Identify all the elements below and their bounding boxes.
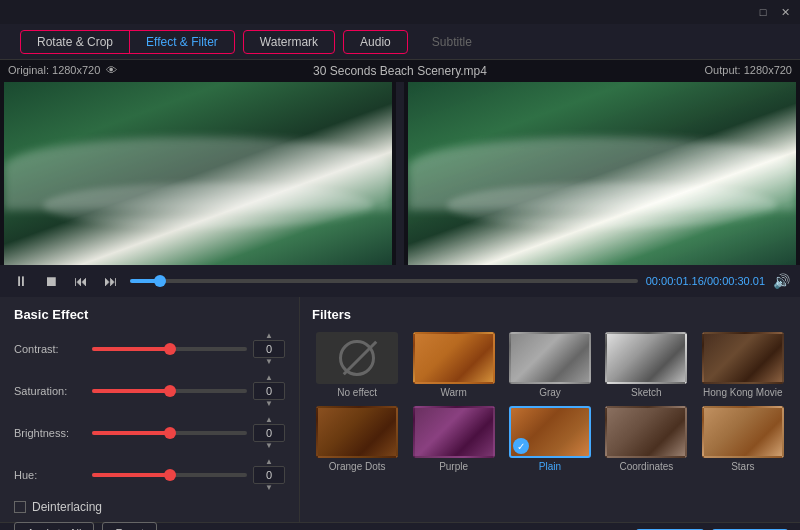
- tab-watermark[interactable]: Watermark: [243, 30, 335, 54]
- video-preview-right: [408, 82, 796, 265]
- filter-thumb-orange-dots: [316, 406, 398, 458]
- close-button[interactable]: ✕: [778, 5, 792, 19]
- filter-thumb-warm: [413, 332, 495, 384]
- bottom-panel: Basic Effect Contrast: ▲ ▼ Saturation: ▲: [0, 297, 800, 522]
- filter-name-warm: Warm: [440, 387, 466, 398]
- filter-item-plain[interactable]: ✓ Plain: [505, 406, 595, 472]
- tab-rotate-crop[interactable]: Rotate & Crop: [21, 31, 130, 53]
- saturation-down[interactable]: ▼: [262, 400, 276, 408]
- filter-title: Filters: [312, 307, 788, 322]
- filter-item-hk-movie[interactable]: Hong Kong Movie: [698, 332, 788, 398]
- filter-name-no-effect: No effect: [337, 387, 377, 398]
- brightness-input[interactable]: [253, 424, 285, 442]
- tab-group-1: Rotate & Crop Effect & Filter: [20, 30, 235, 54]
- hue-input[interactable]: [253, 466, 285, 484]
- filter-thumb-no-effect: [316, 332, 398, 384]
- hue-up[interactable]: ▲: [262, 458, 276, 466]
- saturation-input[interactable]: [253, 382, 285, 400]
- contrast-slider[interactable]: [92, 347, 247, 351]
- hue-value-box: ▲ ▼: [253, 458, 285, 492]
- contrast-down[interactable]: ▼: [262, 358, 276, 366]
- contrast-row: Contrast: ▲ ▼: [14, 332, 285, 366]
- saturation-up[interactable]: ▲: [262, 374, 276, 382]
- brightness-row: Brightness: ▲ ▼: [14, 416, 285, 450]
- contrast-value-box: ▲ ▼: [253, 332, 285, 366]
- hue-row: Hue: ▲ ▼: [14, 458, 285, 492]
- playback-bar: ⏸ ⏹ ⏮ ⏭ 00:00:01.16/00:00:30.01 🔊: [0, 265, 800, 297]
- filter-name-gray: Gray: [539, 387, 561, 398]
- volume-icon[interactable]: 🔊: [773, 273, 790, 289]
- contrast-input[interactable]: [253, 340, 285, 358]
- filter-thumb-plain: ✓: [509, 406, 591, 458]
- filter-name-hk-movie: Hong Kong Movie: [703, 387, 783, 398]
- filter-thumb-sketch: [605, 332, 687, 384]
- video-label-left: Original: 1280x720 👁: [8, 64, 117, 76]
- saturation-value-box: ▲ ▼: [253, 374, 285, 408]
- pause-button[interactable]: ⏸: [10, 270, 32, 292]
- saturation-label: Saturation:: [14, 385, 86, 397]
- minimize-button[interactable]: □: [756, 5, 770, 19]
- filter-name-stars: Stars: [731, 461, 754, 472]
- stop-button[interactable]: ⏹: [40, 270, 62, 292]
- apply-to-all-button[interactable]: Apply to All: [14, 522, 94, 530]
- filter-item-no-effect[interactable]: No effect: [312, 332, 402, 398]
- tab-subtitle[interactable]: Subtitle: [416, 31, 488, 53]
- hue-slider[interactable]: [92, 473, 247, 477]
- filter-item-purple[interactable]: Purple: [408, 406, 498, 472]
- effect-panel: Basic Effect Contrast: ▲ ▼ Saturation: ▲: [0, 297, 300, 522]
- filter-thumb-coordinates: [605, 406, 687, 458]
- filter-thumb-purple: [413, 406, 495, 458]
- filter-thumb-stars: [702, 406, 784, 458]
- brightness-label: Brightness:: [14, 427, 86, 439]
- tab-effect-filter[interactable]: Effect & Filter: [130, 31, 234, 53]
- filter-item-sketch[interactable]: Sketch: [601, 332, 691, 398]
- brightness-slider[interactable]: [92, 431, 247, 435]
- filter-thumb-gray: [509, 332, 591, 384]
- filter-item-orange-dots[interactable]: Orange Dots: [312, 406, 402, 472]
- filter-thumb-hk-movie: [702, 332, 784, 384]
- filter-item-warm[interactable]: Warm: [408, 332, 498, 398]
- progress-track[interactable]: [130, 279, 638, 283]
- brightness-value-box: ▲ ▼: [253, 416, 285, 450]
- no-effect-icon: [339, 340, 375, 376]
- filter-name-purple: Purple: [439, 461, 468, 472]
- deinterlace-checkbox[interactable]: [14, 501, 26, 513]
- output-resolution: Output: 1280x720: [705, 64, 792, 76]
- next-frame-button[interactable]: ⏭: [100, 270, 122, 292]
- original-resolution: Original: 1280x720: [8, 64, 100, 76]
- filter-name-coordinates: Coordinates: [619, 461, 673, 472]
- effect-title: Basic Effect: [14, 307, 285, 322]
- action-buttons: Apply to All Reset: [14, 522, 285, 530]
- filter-check-plain: ✓: [513, 438, 529, 454]
- filter-grid: No effect Warm Gray Sketch Hong Kong Mov…: [312, 332, 788, 472]
- saturation-slider[interactable]: [92, 389, 247, 393]
- filter-name-plain: Plain: [539, 461, 561, 472]
- filter-item-gray[interactable]: Gray: [505, 332, 595, 398]
- deinterlace-label: Deinterlacing: [32, 500, 102, 514]
- hue-label: Hue:: [14, 469, 86, 481]
- video-divider: [396, 82, 404, 265]
- contrast-label: Contrast:: [14, 343, 86, 355]
- brightness-up[interactable]: ▲: [262, 416, 276, 424]
- brightness-down[interactable]: ▼: [262, 442, 276, 450]
- filter-name-sketch: Sketch: [631, 387, 662, 398]
- filter-item-coordinates[interactable]: Coordinates: [601, 406, 691, 472]
- hue-down[interactable]: ▼: [262, 484, 276, 492]
- saturation-row: Saturation: ▲ ▼: [14, 374, 285, 408]
- contrast-up[interactable]: ▲: [262, 332, 276, 340]
- time-display: 00:00:01.16/00:00:30.01: [646, 275, 765, 287]
- title-bar: □ ✕: [0, 0, 800, 24]
- tab-audio[interactable]: Audio: [343, 30, 408, 54]
- deinterlace-row: Deinterlacing: [14, 500, 285, 514]
- video-preview-left: [4, 82, 392, 265]
- filter-name-orange-dots: Orange Dots: [329, 461, 386, 472]
- filter-item-stars[interactable]: Stars: [698, 406, 788, 472]
- reset-button[interactable]: Reset: [102, 522, 157, 530]
- video-title: 30 Seconds Beach Scenery.mp4: [313, 64, 487, 78]
- tab-bar: Rotate & Crop Effect & Filter Watermark …: [0, 24, 800, 60]
- video-area: Original: 1280x720 👁 30 Seconds Beach Sc…: [0, 60, 800, 265]
- eye-icon[interactable]: 👁: [106, 64, 117, 76]
- prev-frame-button[interactable]: ⏮: [70, 270, 92, 292]
- filter-panel: Filters No effect Warm Gray: [300, 297, 800, 522]
- progress-thumb[interactable]: [154, 275, 166, 287]
